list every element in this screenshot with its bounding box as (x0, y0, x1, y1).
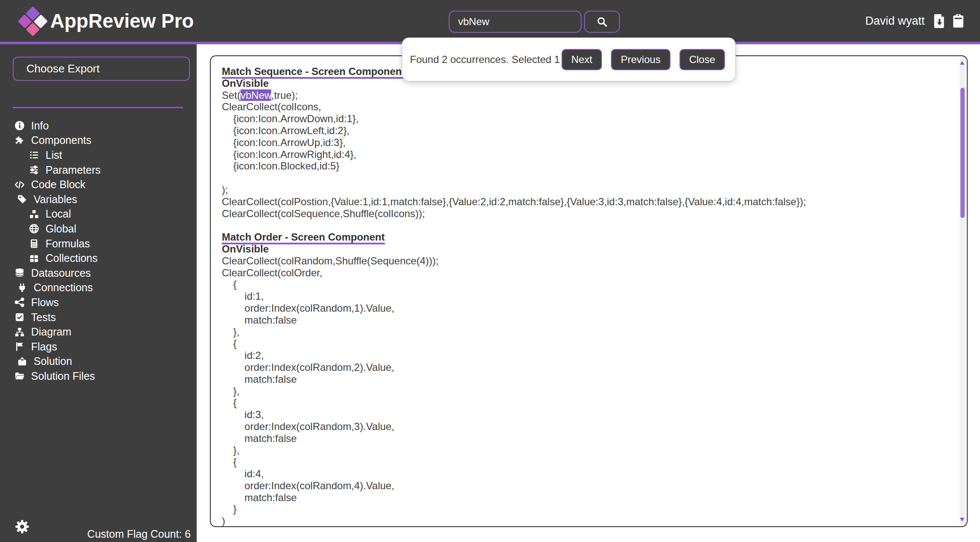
code-line: Set(vbNew,true); (222, 89, 952, 101)
code-line (222, 172, 952, 184)
code-line: ClearCollect(colIcons, (222, 101, 952, 113)
code-line: { (222, 338, 952, 350)
code-line: match:false (222, 492, 952, 504)
list-icon (28, 149, 40, 161)
search-button[interactable] (584, 11, 620, 33)
sidebar-item-label: Code Block (31, 178, 86, 191)
popup-button-group: Next Previous Close (562, 49, 725, 70)
code-line: match:false (222, 433, 952, 444)
code-line: order:Index(colRandom,1).Value, (222, 302, 952, 314)
code-line: {icon:Icon.ArrowDown,id:1}, (222, 113, 952, 125)
sidebar-item-info[interactable]: Info (0, 118, 197, 133)
sidebar-item-code-block[interactable]: Code Block (0, 177, 197, 192)
code-line: { (222, 278, 952, 290)
code-panel: Match Sequence - Screen ComponentOnVisib… (210, 55, 968, 527)
sidebar-item-datasources[interactable]: Datasources (0, 266, 197, 281)
calculator-icon (28, 238, 40, 249)
file-download-icon[interactable] (931, 13, 948, 29)
code-line: ) (222, 515, 952, 526)
sidebar-item-parameters[interactable]: Parameters (0, 163, 197, 178)
tag-icon (16, 194, 28, 205)
sidebar-item-collections[interactable]: Collections (0, 251, 197, 266)
sidebar-item-local[interactable]: Local (0, 207, 197, 222)
local-variables-icon (28, 208, 40, 220)
scrollbar-up-arrow-icon[interactable] (960, 61, 964, 65)
code-section-heading: Match Sequence - Screen Component (222, 66, 405, 79)
code-line: { (222, 397, 952, 409)
code-line: ClearCollect(colSequence,Shuffle(colIcon… (222, 208, 952, 220)
sidebar-item-solution-files[interactable]: Solution Files (0, 369, 197, 384)
code-line: id:4, (222, 468, 952, 480)
flag-icon (14, 341, 26, 353)
panel-scrollbar[interactable] (960, 58, 965, 525)
search-results-message: Found 2 occurrences. Selected 1 (410, 54, 560, 66)
code-line: id:2, (222, 350, 952, 361)
sidebar-item-solution[interactable]: Solution (0, 354, 197, 369)
code-line: match:false (222, 314, 952, 326)
code-line: id:3, (222, 409, 952, 421)
search-results-popup: Found 2 occurrences. Selected 1 Next Pre… (402, 37, 736, 81)
diamond-logo-icon (18, 6, 48, 37)
code-line: order:Index(colRandom,3).Value, (222, 421, 952, 433)
puzzle-icon (14, 135, 26, 146)
box-icon (16, 356, 28, 367)
user-name: David wyatt (865, 0, 925, 42)
sidebar-item-connections[interactable]: Connections (0, 281, 197, 295)
sidebar-item-global[interactable]: Global (0, 221, 197, 236)
folder-open-icon (14, 370, 26, 382)
app-title: AppReview Pro (50, 0, 194, 42)
code-line: ); (222, 184, 952, 196)
sidebar-item-formulas[interactable]: Formulas (0, 236, 197, 251)
sidebar-item-flags[interactable]: Flags (0, 339, 197, 354)
sidebar-item-tests[interactable]: Tests (0, 310, 197, 325)
sidebar-item-label: Tests (31, 311, 56, 324)
sidebar-item-label: Diagram (31, 326, 71, 338)
code-line: {icon:Icon.ArrowRight,id:4}, (222, 149, 952, 161)
sidebar-item-label: Local (46, 208, 71, 220)
sidebar-item-list[interactable]: List (0, 148, 197, 163)
clipboard-icon[interactable] (950, 13, 966, 29)
previous-button[interactable]: Previous (611, 49, 670, 70)
sidebar-item-label: Collections (46, 252, 97, 264)
sidebar-item-label: Flags (31, 341, 57, 353)
code-line: } (222, 503, 952, 515)
code-line: ClearCollect(colPostion,{Value:1,id:1,ma… (222, 196, 952, 208)
code-line: order:Index(colRandom,4).Value, (222, 480, 952, 492)
code-section-heading: Match Order - Screen Component (222, 232, 385, 244)
code-line: order:Index(colRandom,2).Value, (222, 361, 952, 373)
custom-flag-count: Custom Flag Count: 6 (87, 528, 191, 540)
gear-icon[interactable] (14, 518, 31, 535)
share-nodes-icon (14, 297, 26, 308)
code-line: {icon:Icon.Blocked,id:5} (222, 160, 952, 172)
code-line: }, (222, 385, 952, 397)
sidebar-item-label: List (46, 149, 62, 161)
sidebar-item-variables[interactable]: Variables (0, 192, 197, 207)
code-line: ClearCollect(colOrder, (222, 267, 952, 279)
sidebar-item-label: Components (31, 134, 92, 146)
sidebar-item-label: Parameters (46, 164, 100, 176)
search-input[interactable] (449, 11, 582, 33)
code-line: {icon:Icon.ArrowUp,id:3}, (222, 137, 952, 149)
code-line: {icon:Icon.ArrowLeft,id:2}, (222, 125, 952, 137)
sidebar-item-diagram[interactable]: Diagram (0, 324, 197, 339)
scrollbar-thumb[interactable] (960, 88, 965, 218)
sidebar-item-label: Datasources (31, 267, 91, 279)
scrollbar-down-arrow-icon[interactable] (960, 518, 964, 522)
search-highlight: vbNew (241, 89, 271, 101)
next-button[interactable]: Next (562, 49, 602, 70)
sidebar-item-label: Solution (34, 355, 72, 367)
code-line: id:1, (222, 290, 952, 302)
sidebar-item-components[interactable]: Components (0, 133, 197, 148)
choose-export-button[interactable]: Choose Export (13, 57, 190, 81)
sidebar-item-label: Global (46, 223, 76, 235)
sidebar-item-label: Variables (34, 193, 77, 206)
plug-icon (16, 282, 28, 293)
sidebar-divider (13, 107, 183, 108)
code-icon (14, 179, 26, 190)
code-line: OnVisible (222, 243, 952, 255)
globe-icon (28, 223, 40, 235)
sidebar-item-flows[interactable]: Flows (0, 295, 197, 310)
close-button[interactable]: Close (679, 49, 725, 70)
sidebar-item-label: Info (31, 120, 49, 132)
search-icon (596, 15, 608, 28)
